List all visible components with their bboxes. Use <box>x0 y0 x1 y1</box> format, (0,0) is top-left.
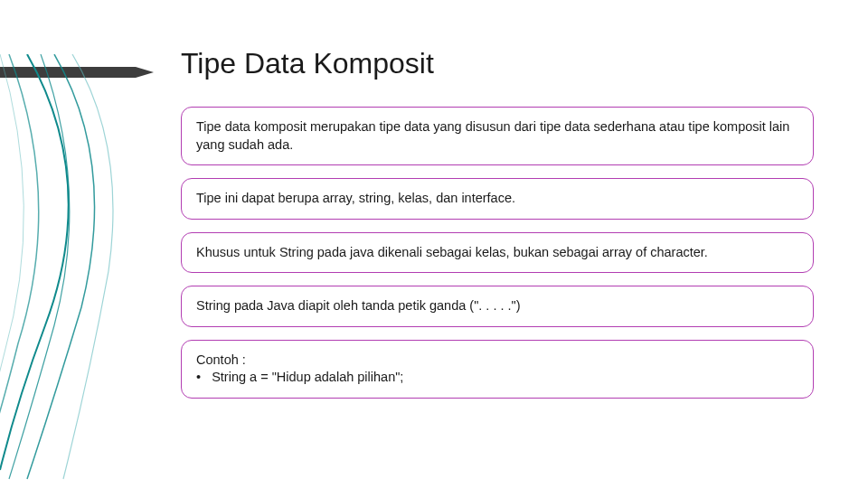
box-text: Tipe ini dapat berupa array, string, kel… <box>196 190 798 208</box>
content-box: Khusus untuk String pada java dikenali s… <box>181 232 814 274</box>
content-box: String pada Java diapit oleh tanda petik… <box>181 286 814 327</box>
slide-title: Tipe Data Komposit <box>181 47 434 80</box>
accent-bar <box>0 67 136 78</box>
box-text: String pada Java diapit oleh tanda petik… <box>196 297 798 315</box>
content-boxes: Tipe data komposit merupakan tipe data y… <box>181 107 814 399</box>
leaf-decoration <box>0 54 190 488</box>
box-text: Tipe data komposit merupakan tipe data y… <box>196 118 798 154</box>
box-text: Khusus untuk String pada java dikenali s… <box>196 244 798 262</box>
content-box: Tipe ini dapat berupa array, string, kel… <box>181 178 814 220</box>
box-text: Contoh : • String a = "Hidup adalah pili… <box>196 352 798 387</box>
content-box: Tipe data komposit merupakan tipe data y… <box>181 107 814 165</box>
content-box: Contoh : • String a = "Hidup adalah pili… <box>181 340 814 399</box>
